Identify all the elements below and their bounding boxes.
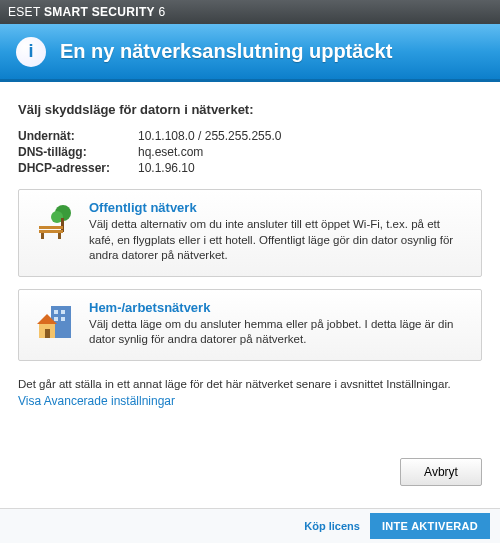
cancel-button[interactable]: Avbryt [400,458,482,486]
option-home-title: Hem-/arbetsnätverk [89,300,467,315]
dhcp-label: DHCP-adresser: [18,161,138,175]
dialog-window: ESET SMART SECURITY 6 i En ny nätverksan… [0,0,500,543]
svg-rect-14 [45,329,50,338]
network-details: Undernät: 10.1.108.0 / 255.255.255.0 DNS… [18,129,482,175]
svg-rect-10 [54,317,58,321]
option-public-texts: Offentligt nätverk Välj detta alternativ… [89,200,467,264]
footer-bar: Köp licens INTE AKTIVERAD [0,508,500,543]
option-public-desc: Välj detta alternativ om du inte anslute… [89,217,467,264]
subnet-value: 10.1.108.0 / 255.255.255.0 [138,129,482,143]
brand-bold: SMART SECURITY [44,5,155,19]
section-heading: Välj skyddsläge för datorn i nätverket: [18,102,482,117]
svg-rect-3 [39,226,63,229]
svg-rect-8 [54,310,58,314]
subnet-label: Undernät: [18,129,138,143]
note-text: Det går att ställa in ett annat läge för… [18,377,482,393]
svg-rect-6 [58,233,61,239]
dialog-body: Välj skyddsläge för datorn i nätverket: … [0,82,500,508]
activation-status-badge[interactable]: INTE AKTIVERAD [370,513,490,539]
banner-title: En ny nätverksanslutning upptäckt [60,40,392,63]
brand-version: 6 [155,5,166,19]
dns-label: DNS-tillägg: [18,145,138,159]
option-public-title: Offentligt nätverk [89,200,467,215]
svg-rect-9 [61,310,65,314]
option-home-desc: Välj detta läge om du ansluter hemma ell… [89,317,467,348]
button-row: Avbryt [18,450,482,500]
info-icon: i [16,37,46,67]
spacer [18,408,482,450]
window-titlebar: ESET SMART SECURITY 6 [0,0,500,24]
dhcp-value: 10.1.96.10 [138,161,482,175]
buy-license-link[interactable]: Köp licens [304,520,360,532]
svg-rect-5 [41,233,44,239]
option-home-network[interactable]: Hem-/arbetsnätverk Välj detta läge om du… [18,289,482,361]
svg-rect-2 [61,218,64,232]
home-building-icon [33,300,75,342]
option-public-network[interactable]: Offentligt nätverk Välj detta alternativ… [18,189,482,277]
advanced-settings-link[interactable]: Visa Avancerade inställningar [18,394,482,408]
dns-value: hq.eset.com [138,145,482,159]
svg-rect-4 [39,230,63,233]
option-home-texts: Hem-/arbetsnätverk Välj detta läge om du… [89,300,467,348]
brand-thin: ESET [8,5,44,19]
park-bench-icon [33,200,75,242]
svg-rect-11 [61,317,65,321]
banner: i En ny nätverksanslutning upptäckt [0,24,500,82]
